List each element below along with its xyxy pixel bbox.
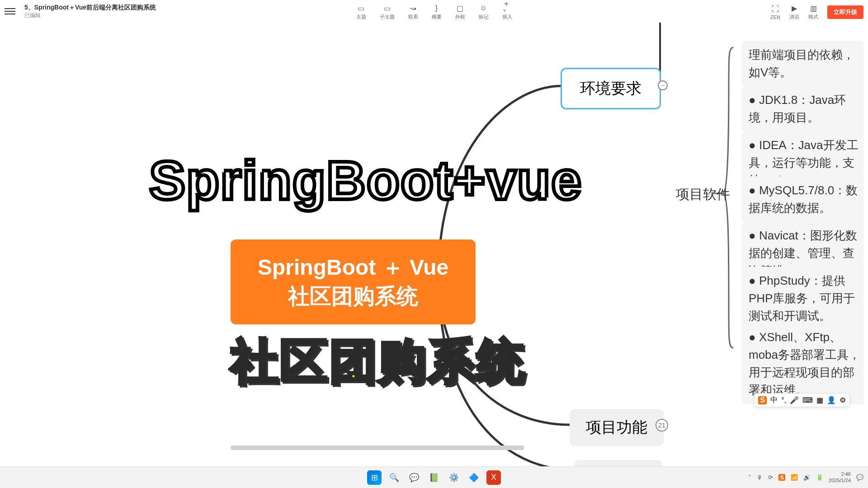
document-title: 5、SpringBoot＋Vue前后端分离社区团购系统 [24, 4, 156, 12]
zen-button[interactable]: ⛶ ZEN [770, 5, 780, 20]
present-icon: ▶ [790, 4, 799, 13]
windows-taskbar[interactable]: ⊞ 🔍 💬 📗 ⚙️ 🔷 X ˄ 🎙 ⟳ S 📶 🔊 🔋 2:46 2025/1… [0, 466, 868, 488]
ime-lang[interactable]: 中 [770, 395, 778, 405]
zen-icon: ⛶ [771, 5, 780, 14]
summary-button[interactable]: } 概要 [432, 4, 442, 20]
detail-mysql[interactable]: ● MySQL5.7/8.0：数据库统的数据。 [741, 176, 863, 222]
present-button[interactable]: ▶ 演说 [789, 4, 799, 20]
theme-button[interactable]: ▭ 主题 [356, 4, 366, 20]
overlay-yellow-text: 社区团购系统 [231, 330, 526, 394]
start-button[interactable]: ⊞ [367, 470, 382, 485]
format-button[interactable]: ▥ 格式 [808, 4, 818, 20]
overlay-center-box: SpringBoot ＋ Vue 社区团购系统 [231, 239, 476, 324]
detail-jdk[interactable]: ● JDK1.8：Java环境，用项目。 [741, 86, 863, 132]
tray-sync-icon[interactable]: ⟳ [768, 474, 773, 481]
insert-button[interactable]: ＋˅ 插入 [502, 4, 512, 20]
tray-chevron-icon[interactable]: ˄ [748, 474, 751, 481]
insert-icon: ＋˅ [503, 4, 512, 13]
tray-clock[interactable]: 2:46 2025/1/24 [829, 471, 851, 483]
mindmap-canvas[interactable]: 环境要求 − 项目软件 理前端项目的依赖，如V等。 ● JDK1.8：Java环… [5, 23, 863, 470]
node-function[interactable]: 项目功能 [570, 409, 664, 446]
horizontal-scrollbar[interactable] [231, 446, 524, 450]
xmind-app[interactable]: X [486, 470, 501, 485]
overlay-big-title: SpringBoot+vue [149, 149, 582, 211]
hamburger-menu-icon[interactable] [5, 6, 15, 17]
boundary-icon: ▢ [456, 4, 465, 13]
marker-button[interactable]: ☺ 标记 [479, 4, 489, 20]
ime-keyboard-icon[interactable]: ⌨ [802, 396, 813, 404]
ime-toolbar[interactable]: S 中 °, 🎤 ⌨ ▦ 👤 ⚙ [754, 393, 850, 407]
node-software-label[interactable]: 项目软件 [676, 185, 730, 204]
collapse-toggle-env[interactable]: − [658, 80, 668, 90]
detail-dependency[interactable]: 理前端项目的依赖，如V等。 [741, 41, 863, 87]
marker-icon: ☺ [479, 4, 488, 13]
tray-notification-icon[interactable]: 💬 [856, 474, 863, 481]
detail-xshell[interactable]: ● XShell、XFtp、moba务器部署工具，用于远程现项目的部署和运维。 [741, 323, 863, 404]
wechat-app[interactable]: 💬 [407, 470, 421, 485]
search-button[interactable]: 🔍 [387, 470, 401, 485]
boundary-button[interactable]: ▢ 外框 [455, 4, 465, 20]
topbar: 5、SpringBoot＋Vue前后端分离社区团购系统 已编辑 ▭ 主题 ▭ 子… [0, 0, 868, 23]
detail-phpstudy[interactable]: ● PhpStudy：提供PHP库服务，可用于测试和开调试。 [741, 267, 863, 330]
system-tray[interactable]: ˄ 🎙 ⟳ S 📶 🔊 🔋 2:46 2025/1/24 💬 [748, 471, 863, 483]
app-green[interactable]: 📗 [427, 470, 441, 485]
ime-mic-icon[interactable]: 🎤 [790, 396, 799, 404]
subtheme-button[interactable]: ▭ 子主题 [380, 4, 395, 20]
tray-battery-icon[interactable]: 🔋 [816, 474, 823, 481]
summary-icon: } [432, 4, 441, 13]
upgrade-button[interactable]: 立即升级 [827, 5, 863, 19]
relation-button[interactable]: ↝ 联系 [408, 4, 418, 20]
func-child-count[interactable]: 21 [656, 419, 668, 432]
tray-sogou-icon[interactable]: S [778, 474, 785, 481]
theme-icon: ▭ [357, 4, 366, 13]
ime-punct-icon[interactable]: °, [781, 396, 786, 404]
document-status: 已编辑 [24, 12, 156, 19]
node-environment[interactable]: 环境要求 [561, 68, 661, 109]
ime-grid-icon[interactable]: ▦ [816, 396, 823, 404]
center-line2: 社区团购系统 [258, 282, 448, 311]
ime-logo-icon: S [758, 396, 767, 404]
ime-person-icon[interactable]: 👤 [827, 396, 836, 404]
tray-volume-icon[interactable]: 🔊 [803, 474, 811, 481]
tray-wifi-icon[interactable]: 📶 [791, 474, 798, 481]
ime-settings-icon[interactable]: ⚙ [840, 396, 846, 404]
format-icon: ▥ [809, 4, 818, 13]
center-line1: SpringBoot ＋ Vue [258, 253, 448, 282]
app-blue[interactable]: 🔷 [467, 470, 481, 485]
tray-mic-icon[interactable]: 🎙 [757, 474, 763, 481]
relation-icon: ↝ [409, 4, 418, 13]
subtheme-icon: ▭ [382, 4, 392, 13]
settings-app[interactable]: ⚙️ [447, 470, 461, 485]
